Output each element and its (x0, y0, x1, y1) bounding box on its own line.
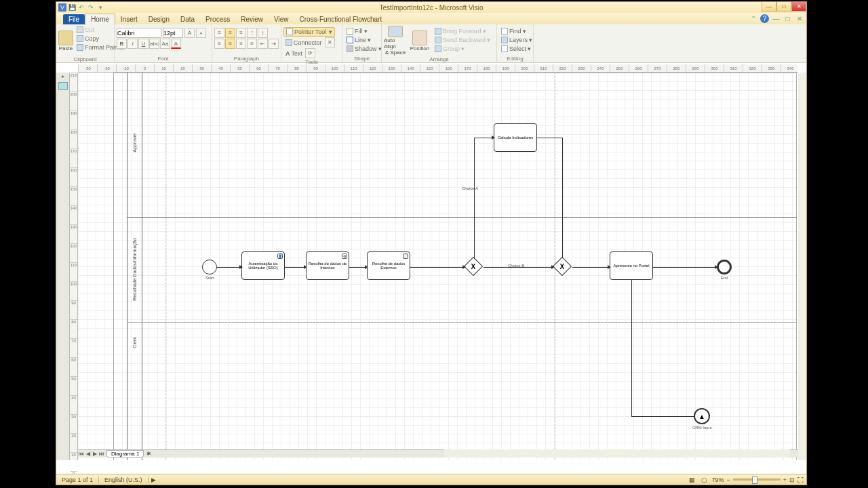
maximize-button[interactable]: □ (776, 2, 791, 12)
bullets-button[interactable]: ⋮ (247, 28, 257, 38)
drawing-canvas[interactable]: Approver Recolhade Dados/Informação Cler… (78, 73, 798, 460)
align-right-button[interactable]: ≡ (236, 39, 246, 49)
font-color-button[interactable]: A (171, 39, 181, 49)
select-button[interactable]: Select ▾ (499, 45, 533, 53)
sheet-nav-next[interactable]: ▶ (92, 451, 98, 457)
sheet-nav-last[interactable]: ⏭ (98, 451, 105, 457)
case-button[interactable]: Aa (160, 39, 170, 49)
auto-align-button[interactable]: Auto Align& Space (384, 26, 407, 56)
align-justify-button[interactable]: ≡ (247, 39, 257, 49)
bpmn-task-externos[interactable]: Recolha de dados Externos📄 (367, 251, 410, 280)
zoom-level[interactable]: 79% (711, 476, 724, 483)
bpmn-task-calcula[interactable]: Calcula Indicadores (494, 123, 537, 152)
tab-data[interactable]: Data (175, 14, 200, 24)
orientation-button[interactable]: ↕ (258, 28, 268, 38)
close-button[interactable]: ✕ (791, 2, 806, 12)
send-backward-button[interactable]: Send Backward ▾ (433, 36, 492, 44)
view-full-icon[interactable]: ▢ (699, 476, 709, 483)
font-size-input[interactable] (163, 28, 183, 38)
sheet-tab-diagrama1[interactable]: Diagrama 1 (106, 450, 144, 458)
indent-inc-button[interactable]: ⇥ (269, 39, 279, 49)
sheet-nav-prev[interactable]: ◀ (85, 451, 92, 457)
bold-button[interactable]: B (117, 39, 127, 49)
language-indicator[interactable]: English (U.S.) (98, 476, 148, 483)
tab-design[interactable]: Design (143, 14, 175, 24)
connector[interactable] (285, 267, 306, 268)
font-shrink-button[interactable]: A (196, 28, 206, 38)
tab-view[interactable]: View (269, 14, 294, 24)
align-bottom-button[interactable]: ≡ (236, 28, 246, 38)
font-name-input[interactable] (117, 28, 161, 38)
zoom-out-button[interactable]: − (726, 476, 730, 483)
text-tool-button[interactable]: A Text (283, 49, 304, 58)
align-top-button[interactable]: ≡ (214, 28, 224, 38)
shapes-icon[interactable] (58, 82, 68, 90)
connector[interactable] (631, 416, 694, 417)
minimize-button[interactable]: — (762, 2, 776, 12)
align-center-button[interactable]: ≡ (225, 39, 235, 49)
pointer-tool-button[interactable]: Pointer Tool▾ (283, 27, 335, 37)
bpmn-task-internos[interactable]: Recolha de dados de Internos⚙ (306, 251, 349, 280)
connector[interactable] (537, 138, 562, 138)
connector[interactable] (631, 280, 632, 416)
sheet-nav-first[interactable]: ⏮ (78, 451, 85, 457)
shadow-button[interactable]: Shadow ▾ (344, 45, 384, 53)
text-rotate-button[interactable]: ⟳ (305, 48, 315, 58)
fit-page-icon[interactable]: ⊡ (789, 476, 795, 483)
shapes-panel-collapsed[interactable]: ▸ (56, 73, 70, 460)
tab-home[interactable]: Home (85, 14, 115, 24)
connector-x-button[interactable]: ✕ (325, 37, 335, 47)
doc-close-icon[interactable]: ✕ (795, 14, 804, 23)
ribbon-minimize-icon[interactable]: ⌃ (749, 14, 757, 23)
sheet-add-icon[interactable]: ✱ (145, 451, 152, 457)
indent-dec-button[interactable]: ⇤ (258, 39, 268, 49)
connector[interactable] (474, 138, 494, 138)
connector[interactable] (562, 138, 563, 258)
help-icon[interactable]: ? (760, 14, 769, 23)
connector[interactable] (410, 267, 465, 268)
undo-icon[interactable]: ↶ (77, 3, 85, 12)
tab-file[interactable]: File (63, 14, 85, 24)
bpmn-message-event[interactable]: ▲ (694, 408, 710, 424)
fill-button[interactable]: Fill ▾ (344, 27, 370, 35)
find-button[interactable]: Find ▾ (499, 27, 528, 35)
connector[interactable] (217, 267, 241, 268)
tab-process[interactable]: Process (200, 14, 235, 24)
italic-button[interactable]: I (127, 39, 138, 49)
save-icon[interactable]: 💾 (68, 3, 76, 12)
bpmn-task-apresenta[interactable]: Apresenta no Portal (610, 251, 653, 280)
doc-min-icon[interactable]: — (772, 14, 781, 23)
connector[interactable] (653, 267, 717, 268)
connector-tool-button[interactable]: Connector (283, 39, 324, 47)
panel-expand-icon[interactable]: ▸ (59, 73, 67, 80)
connector[interactable] (474, 138, 475, 258)
bpmn-end-event[interactable] (717, 260, 732, 274)
view-normal-icon[interactable]: ▦ (687, 476, 696, 483)
scrollbar-horizontal[interactable] (444, 449, 790, 458)
line-button[interactable]: Line ▾ (344, 36, 373, 44)
layers-button[interactable]: Layers ▾ (499, 36, 534, 44)
doc-max-icon[interactable]: □ (783, 14, 792, 23)
connector[interactable] (572, 267, 610, 268)
full-screen-icon[interactable]: ⛶ (797, 476, 804, 483)
zoom-slider[interactable] (733, 479, 781, 481)
tab-cross-functional[interactable]: Cross-Functional Flowchart (294, 14, 388, 24)
scrollbar-vertical[interactable] (798, 73, 806, 460)
tab-insert[interactable]: Insert (115, 14, 143, 24)
underline-button[interactable]: U (138, 39, 149, 49)
tab-review[interactable]: Review (235, 14, 269, 24)
bpmn-start-event[interactable] (202, 260, 217, 274)
group-button[interactable]: Group ▾ (433, 45, 492, 53)
macro-icon[interactable]: ▶ (148, 476, 159, 483)
connector[interactable] (484, 267, 553, 268)
bpmn-task-auth[interactable]: Autenticação do Utilizador (SSO)👤 (241, 251, 285, 280)
align-middle-button[interactable]: ≡ (225, 28, 235, 38)
redo-icon[interactable]: ↷ (87, 3, 95, 12)
align-left-button[interactable]: ≡ (214, 39, 224, 49)
qat-dropdown-icon[interactable]: ▾ (96, 3, 104, 12)
font-grow-button[interactable]: A (184, 28, 195, 38)
zoom-in-button[interactable]: + (783, 476, 787, 483)
paste-button[interactable]: Paste (58, 26, 73, 56)
position-button[interactable]: Position (408, 26, 431, 56)
bring-forward-button[interactable]: Bring Forward ▾ (433, 27, 492, 35)
